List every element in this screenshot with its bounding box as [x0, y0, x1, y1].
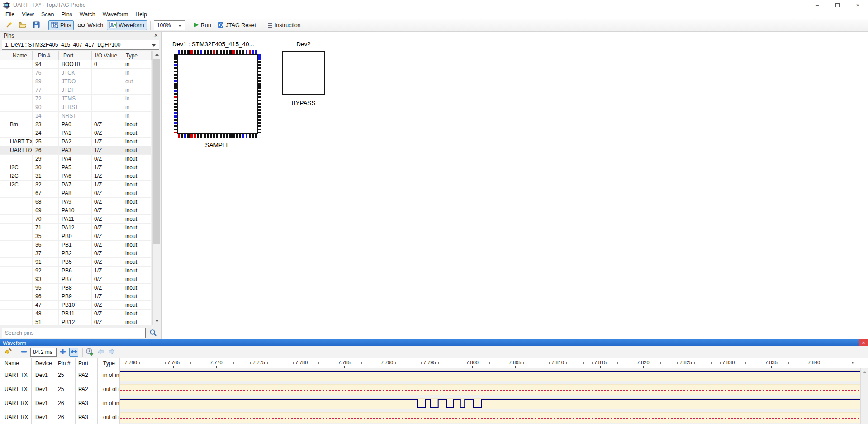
pin-cell: [92, 103, 122, 111]
acquire-button[interactable]: [85, 348, 94, 357]
pin-row-pa9[interactable]: 68PA90/Zinout: [0, 198, 152, 206]
jtag-reset-button[interactable]: JTAG Reset: [215, 20, 259, 30]
waveform-close-button[interactable]: ×: [859, 339, 868, 346]
pins-col-header-port[interactable]: Port: [59, 51, 92, 60]
time-scale-input[interactable]: [30, 348, 57, 357]
pin-row-pb9[interactable]: 96PB91/Zinout: [0, 292, 152, 301]
menu-item-view[interactable]: View: [18, 10, 38, 19]
close-button[interactable]: ×: [848, 0, 868, 10]
pin-row-pb12[interactable]: 51PB120/Zinout: [0, 318, 152, 325]
scroll-up-icon[interactable]: [153, 51, 161, 58]
dev1-chip[interactable]: [174, 50, 261, 138]
pin-row-pb7[interactable]: 93PB70/Zinout: [0, 275, 152, 284]
pin-row-pa10[interactable]: 69PA100/Zinout: [0, 206, 152, 215]
menu-item-scan[interactable]: Scan: [38, 10, 58, 19]
pins-col-header-pin-[interactable]: Pin #: [33, 51, 59, 60]
pin-row-pa3[interactable]: UART RX26PA31/Zinout: [0, 146, 152, 155]
pin-row-pa5[interactable]: I2C30PA51/Zinout: [0, 163, 152, 172]
fit-width-button[interactable]: [69, 348, 78, 357]
clear-waveform-button[interactable]: [4, 348, 13, 357]
waveform-scrollbar[interactable]: [860, 368, 868, 424]
pin-row-pa2[interactable]: UART TX25PA21/Zinout: [0, 138, 152, 146]
waveform-row-pa2-in[interactable]: UART TXDev125PA2in of inout: [0, 368, 860, 382]
pin-row-pb1[interactable]: 36PB10/Zinout: [0, 241, 152, 249]
minimize-button[interactable]: –: [807, 0, 827, 10]
pin-row-jtms[interactable]: 72JTMSin: [0, 95, 152, 103]
pin-row-jtrst[interactable]: 90JTRSTin: [0, 103, 152, 112]
waveform-toggle-button[interactable]: Waveform: [107, 20, 147, 30]
pin-row-jtck[interactable]: 76JTCKin: [0, 69, 152, 77]
pins-col-header-type[interactable]: Type: [122, 51, 152, 60]
chip-pin-tick: [258, 96, 261, 99]
device-selector[interactable]: 1. Dev1 : STM32F405_415_407_417_LQFP100: [2, 40, 159, 50]
waveform-row-pa3-out[interactable]: UART RXDev126PA3out of inout: [0, 410, 860, 424]
pin-row-jtdo[interactable]: 89JTDOout: [0, 77, 152, 86]
zoom-level-select[interactable]: 100%: [154, 20, 185, 30]
zoom-out-button[interactable]: [19, 348, 28, 357]
menu-item-help[interactable]: Help: [132, 10, 151, 19]
pin-cell: [92, 69, 122, 77]
waveform-col-header-device[interactable]: Device: [32, 358, 53, 368]
scrollbar-thumb[interactable]: [153, 59, 160, 244]
menu-item-file[interactable]: File: [2, 10, 18, 19]
open-button[interactable]: [16, 20, 29, 30]
next-edge-button[interactable]: [107, 348, 116, 357]
signal-lane[interactable]: [120, 412, 860, 423]
pins-close-button[interactable]: ×: [154, 32, 158, 39]
waveform-col-header-type[interactable]: Type: [98, 358, 120, 368]
waveform-col-header-pin-[interactable]: Pin #: [53, 358, 76, 368]
pins-toggle-button[interactable]: Pins: [48, 20, 74, 30]
waveform-col-header-name[interactable]: Name: [0, 358, 32, 368]
pin-row-pb5[interactable]: 91PB50/Zinout: [0, 258, 152, 267]
waveform-cell: 25: [53, 382, 76, 396]
pin-row-pa12[interactable]: 71PA120/Zinout: [0, 224, 152, 232]
pin-row-pa11[interactable]: 70PA110/Zinout: [0, 215, 152, 224]
toolbar-separator: [189, 21, 189, 30]
pin-cell: 0/Z: [92, 249, 122, 257]
pin-row-jtdi[interactable]: 77JTDIin: [0, 86, 152, 95]
save-button[interactable]: [30, 20, 43, 30]
search-button[interactable]: [147, 328, 158, 338]
pin-row-pb8[interactable]: 95PB80/Zinout: [0, 284, 152, 292]
prev-edge-button[interactable]: [96, 348, 105, 357]
waveform-row-pa3-in[interactable]: UART RXDev126PA3in of inout: [0, 396, 860, 410]
dev2-chip[interactable]: [282, 51, 325, 95]
wand-button[interactable]: [3, 20, 15, 30]
search-pins-input[interactable]: [2, 328, 146, 338]
pins-col-header-name[interactable]: Name: [0, 51, 33, 60]
pin-row-pa7[interactable]: I2C32PA71/Zinout: [0, 181, 152, 189]
zoom-in-button[interactable]: [58, 348, 67, 357]
pin-row-pa0[interactable]: Btn23PA00/Zinout: [0, 120, 152, 129]
pin-row-pb6[interactable]: 92PB61/Zinout: [0, 267, 152, 275]
pin-row-boot0[interactable]: 94BOOT00in: [0, 60, 152, 69]
ruler-minor-tick: [711, 362, 712, 364]
pin-row-pa6[interactable]: I2C31PA61/Zinout: [0, 172, 152, 181]
pin-row-pb11[interactable]: 48PB110/Zinout: [0, 310, 152, 318]
pin-row-pa1[interactable]: 24PA10/Zinout: [0, 129, 152, 138]
scroll-up-icon[interactable]: [861, 368, 868, 376]
pins-table-scrollbar[interactable]: [152, 51, 161, 325]
pin-row-pa8[interactable]: 67PA80/Zinout: [0, 189, 152, 198]
scroll-down-icon[interactable]: [153, 317, 161, 325]
ruler-minor-tick: [404, 362, 404, 364]
signal-lane[interactable]: [120, 384, 860, 395]
watch-toggle-button[interactable]: Watch: [75, 20, 106, 30]
waveform-col-header-port[interactable]: Port: [76, 358, 98, 368]
menu-item-waveform[interactable]: Waveform: [99, 10, 132, 19]
pins-table-header: NamePin #PortI/O ValueType: [0, 51, 152, 60]
pin-row-pb2[interactable]: 37PB20/Zinout: [0, 249, 152, 258]
signal-lane[interactable]: [120, 370, 860, 381]
menu-item-pins[interactable]: Pins: [58, 10, 76, 19]
pin-row-pb10[interactable]: 47PB100/Zinout: [0, 301, 152, 310]
pins-col-header-i-o-value[interactable]: I/O Value: [92, 51, 122, 60]
menu-item-watch[interactable]: Watch: [76, 10, 99, 19]
run-button[interactable]: Run: [191, 20, 214, 30]
instruction-button[interactable]: Instruction: [265, 20, 304, 30]
waveform-cell: UART RX: [0, 410, 32, 424]
maximize-button[interactable]: [827, 0, 848, 10]
pin-row-pb0[interactable]: 35PB00/Zinout: [0, 232, 152, 241]
waveform-row-pa2-out[interactable]: UART TXDev125PA2out of inout: [0, 382, 860, 396]
pin-row-pa4[interactable]: 29PA40/Zinout: [0, 155, 152, 163]
pin-row-nrst[interactable]: 14NRSTin: [0, 112, 152, 120]
signal-lane[interactable]: [120, 398, 860, 409]
